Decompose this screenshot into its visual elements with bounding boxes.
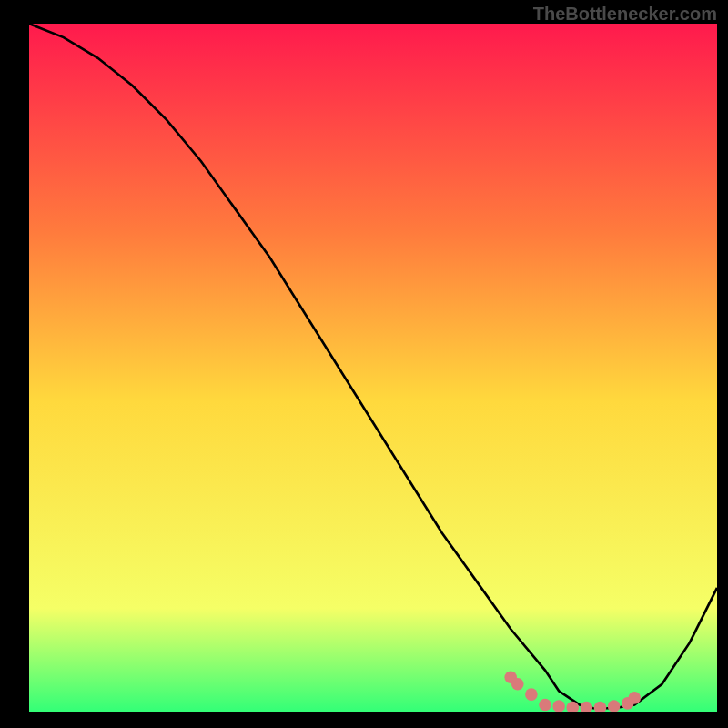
- chart-area: [29, 24, 717, 712]
- marker-dot: [594, 702, 607, 712]
- marker-dot: [511, 678, 524, 691]
- chart-plot-layer: [29, 24, 717, 712]
- marker-dot: [581, 702, 593, 712]
- marker-cluster: [504, 671, 641, 712]
- marker-dot: [628, 692, 641, 704]
- bottleneck-curve: [29, 24, 717, 708]
- marker-dot: [552, 700, 565, 712]
- marker-dot: [608, 700, 621, 712]
- marker-dot: [525, 688, 538, 701]
- marker-dot: [539, 699, 551, 712]
- watermark-text: TheBottlenecker.com: [533, 4, 717, 25]
